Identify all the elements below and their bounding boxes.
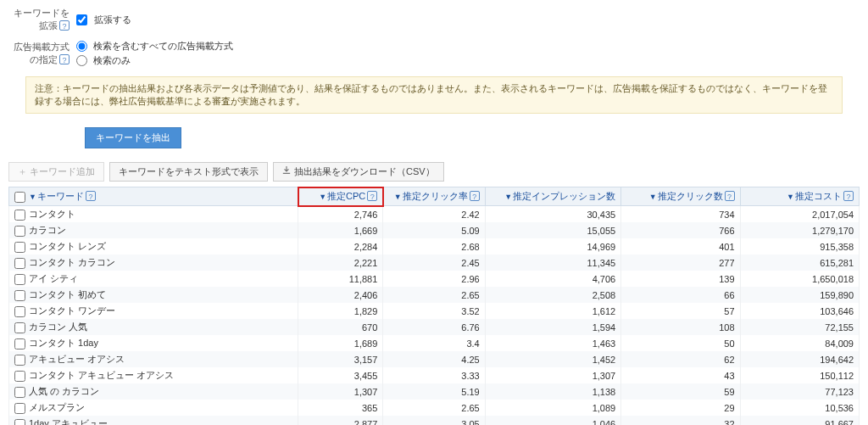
cell-keyword[interactable]: コンタクト カラコン (9, 254, 298, 271)
extract-button[interactable]: キーワードを抽出 (85, 127, 181, 148)
cell-clicks: 29 (621, 400, 740, 416)
download-icon (282, 166, 291, 175)
row-checkbox[interactable] (14, 387, 25, 398)
col-clicks[interactable]: ▼推定クリック数? (621, 187, 740, 206)
select-all-checkbox[interactable] (14, 192, 25, 203)
cell-keyword[interactable]: コンタクト 1day (9, 335, 298, 351)
keyword-text: 人気 の カラコン (29, 386, 99, 396)
help-icon[interactable]: ? (367, 191, 377, 201)
cell-keyword[interactable]: コンタクト ワンデー (9, 303, 298, 319)
extend-checkbox-label[interactable]: 拡張する (76, 13, 131, 27)
row-checkbox[interactable] (14, 306, 25, 317)
help-icon[interactable]: ? (59, 54, 70, 64)
row-checkbox[interactable] (14, 258, 25, 269)
col-ctr[interactable]: ▼推定クリック率? (383, 187, 485, 206)
cell-keyword[interactable]: メルスプラン (9, 400, 298, 416)
cell-cost: 72,155 (740, 319, 859, 335)
extend-checkbox-text: 拡張する (94, 14, 131, 26)
table-row: 1day アキュビュー2,8773.051,0463291,667 (9, 416, 860, 425)
notice-text: 注意：キーワードの抽出結果および各表示データは予測値であり、結果を保証するもので… (35, 83, 827, 106)
keyword-text: カラコン (29, 225, 66, 235)
cell-keyword[interactable]: 人気 の カラコン (9, 383, 298, 400)
cell-keyword[interactable]: カラコン 人気 (9, 319, 298, 335)
adtype-option-search[interactable]: 検索のみ (76, 53, 233, 68)
keyword-text: 1day アキュビュー (29, 418, 108, 425)
help-icon[interactable]: ? (86, 191, 96, 201)
table-row: コンタクト ワンデー1,8293.521,61257103,646 (9, 303, 860, 319)
row-checkbox[interactable] (14, 371, 25, 382)
adtype-radio-search[interactable] (76, 55, 87, 66)
cell-clicks: 734 (621, 206, 740, 223)
cell-cost: 77,123 (740, 383, 859, 400)
table-row: アイ シティ11,8812.964,7061391,650,018 (9, 271, 860, 287)
col-imp-label[interactable]: 推定インプレッション数 (513, 191, 615, 201)
table-header-row: ▼キーワード? ▼推定CPC? ▼推定クリック率? ▼推定インプレッション数 ▼… (9, 187, 860, 206)
row-checkbox[interactable] (14, 338, 25, 350)
cell-keyword[interactable]: カラコン (9, 222, 298, 238)
table-row: アキュビュー オアシス3,1574.251,45262194,642 (9, 351, 860, 367)
table-row: カラコン 人気6706.761,59410872,155 (9, 319, 860, 335)
sort-arrow-icon: ▼ (319, 193, 326, 201)
cell-clicks: 57 (621, 303, 740, 319)
cell-imp: 1,138 (485, 383, 620, 400)
keyword-text: メルスプラン (29, 402, 85, 412)
col-cpc[interactable]: ▼推定CPC? (298, 187, 383, 206)
cell-imp: 1,463 (485, 335, 620, 351)
cell-cost: 194,642 (740, 351, 859, 367)
col-cost[interactable]: ▼推定コスト? (740, 187, 859, 206)
cell-cost: 84,009 (740, 335, 859, 351)
row-checkbox[interactable] (14, 226, 25, 237)
cell-ctr: 4.25 (383, 351, 485, 367)
cell-keyword[interactable]: 1day アキュビュー (9, 416, 298, 425)
row-checkbox[interactable] (14, 210, 25, 221)
help-icon[interactable]: ? (59, 20, 70, 31)
cell-cpc: 2,221 (298, 254, 383, 271)
col-keyword-label[interactable]: キーワード (37, 191, 84, 201)
adtype-option-all[interactable]: 検索を含むすべての広告掲載方式 (76, 39, 233, 53)
notice-banner: 注意：キーワードの抽出結果および各表示データは予測値であり、結果を保証するもので… (25, 76, 843, 114)
row-checkbox[interactable] (14, 322, 25, 333)
cell-cpc: 2,746 (298, 206, 383, 223)
help-icon[interactable]: ? (843, 191, 854, 201)
table-row: 人気 の カラコン1,3075.191,1385977,123 (9, 383, 860, 400)
col-imp[interactable]: ▼推定インプレッション数 (485, 187, 620, 206)
row-checkbox[interactable] (14, 419, 25, 425)
col-ctr-label[interactable]: 推定クリック率 (403, 191, 468, 201)
cell-imp: 1,452 (485, 351, 620, 367)
cell-imp: 11,345 (485, 254, 620, 271)
cell-clicks: 277 (621, 254, 740, 271)
row-checkbox[interactable] (14, 403, 25, 414)
col-cpc-label[interactable]: 推定CPC (327, 191, 365, 201)
download-csv-button[interactable]: 抽出結果をダウンロード（CSV） (273, 162, 444, 182)
help-icon[interactable]: ? (470, 191, 480, 201)
cell-cost: 10,536 (740, 400, 859, 416)
show-text-button[interactable]: キーワードをテキスト形式で表示 (109, 162, 268, 182)
adtype-radio-all[interactable] (76, 41, 87, 52)
help-icon[interactable]: ? (725, 191, 735, 201)
cell-cost: 1,279,170 (740, 222, 859, 238)
col-cost-label[interactable]: 推定コスト (795, 191, 842, 201)
col-keyword[interactable]: ▼キーワード? (9, 187, 298, 206)
keyword-text: コンタクト 初めて (29, 289, 106, 299)
col-clicks-label[interactable]: 推定クリック数 (658, 191, 723, 201)
keyword-text: アイ シティ (29, 273, 78, 283)
results-table: ▼キーワード? ▼推定CPC? ▼推定クリック率? ▼推定インプレッション数 ▼… (8, 187, 860, 425)
cell-imp: 1,046 (485, 416, 620, 425)
cell-cpc: 670 (298, 319, 383, 335)
cell-keyword[interactable]: コンタクト 初めて (9, 287, 298, 303)
cell-keyword[interactable]: コンタクト アキュビュー オアシス (9, 367, 298, 383)
cell-keyword[interactable]: コンタクト レンズ (9, 238, 298, 254)
cell-keyword[interactable]: アキュビュー オアシス (9, 351, 298, 367)
row-checkbox[interactable] (14, 242, 25, 253)
row-checkbox[interactable] (14, 355, 25, 366)
extend-checkbox[interactable] (76, 14, 87, 25)
cell-imp: 14,969 (485, 238, 620, 254)
cell-cost: 615,281 (740, 254, 859, 271)
cell-imp: 15,055 (485, 222, 620, 238)
row-checkbox[interactable] (14, 290, 25, 301)
cell-clicks: 766 (621, 222, 740, 238)
cell-ctr: 3.52 (383, 303, 485, 319)
cell-keyword[interactable]: コンタクト (9, 206, 298, 223)
row-checkbox[interactable] (14, 274, 25, 285)
cell-keyword[interactable]: アイ シティ (9, 271, 298, 287)
